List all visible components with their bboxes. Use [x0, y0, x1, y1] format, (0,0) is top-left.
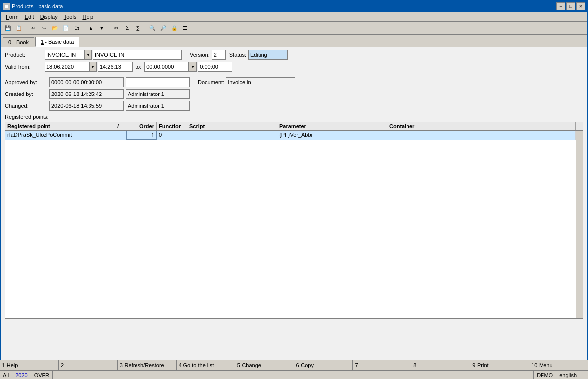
window-title: Products - basic data — [12, 3, 63, 9]
menu-form[interactable]: Form — [3, 13, 22, 21]
td-order: 1 — [126, 131, 157, 140]
product-dropdown-btn[interactable]: ▼ — [84, 50, 92, 60]
table-header: Registered point / Order Function Script… — [5, 122, 583, 131]
status-info-row: All 2020 OVER DEMO english — [0, 370, 588, 379]
valid-from-date-dropdown[interactable]: ▼ — [89, 62, 97, 72]
product-code-input[interactable]: INVOICE IN — [45, 50, 84, 60]
minimize-button[interactable]: − — [556, 2, 565, 10]
registered-points-section: Registered points: Registered point / Or… — [5, 114, 583, 319]
td-parameter: {PF}Ver_Abbr — [277, 131, 387, 140]
close-button[interactable]: ✕ — [576, 2, 585, 10]
tb-searchp[interactable]: 🔎 — [158, 23, 168, 33]
th-script: Script — [187, 122, 277, 130]
tb-sep3 — [109, 24, 109, 32]
approved-by-row: Approved by: Document: — [5, 77, 583, 87]
valid-from-label: Valid from: — [5, 64, 45, 70]
tab-book[interactable]: 0 - Book — [3, 37, 34, 47]
tb-sep4 — [145, 24, 145, 32]
fkey-4[interactable]: 4-Go to the list — [177, 360, 235, 370]
valid-from-time-input[interactable] — [98, 62, 133, 72]
td-slash — [115, 131, 126, 140]
th-parameter: Parameter — [277, 122, 387, 130]
fkey-8[interactable]: 8- — [411, 360, 470, 370]
created-by-user-input — [126, 89, 190, 99]
extra-cell — [580, 371, 588, 379]
filter-cell: All — [0, 371, 12, 379]
tb-down[interactable]: ▼ — [97, 23, 107, 33]
td-container — [387, 131, 576, 140]
document-input — [226, 77, 295, 87]
tb-search[interactable]: 🔍 — [147, 23, 157, 33]
changed-user-input — [126, 101, 190, 111]
valid-to-time-input[interactable] — [198, 62, 232, 72]
menu-tools[interactable]: Tools — [61, 13, 80, 21]
created-by-date-input — [49, 89, 124, 99]
valid-from-date-input[interactable] — [45, 62, 89, 72]
fkey-9[interactable]: 9-Print — [470, 360, 529, 370]
changed-date-input — [49, 101, 124, 111]
tb-undo[interactable]: ↩ — [28, 23, 38, 33]
th-registered-point: Registered point — [5, 122, 115, 130]
changed-label: Changed: — [5, 103, 49, 109]
fkey-5[interactable]: 5-Change — [235, 360, 294, 370]
approved-by-label: Approved by: — [5, 79, 49, 85]
tb-new[interactable]: 📄 — [61, 23, 71, 33]
main-window: ◼ Products - basic data − □ ✕ Form Edit … — [0, 0, 588, 379]
lang-cell: english — [556, 371, 580, 379]
fkey-6[interactable]: 6-Copy — [294, 360, 353, 370]
tb-lock[interactable]: 🔒 — [169, 23, 179, 33]
over-cell: OVER — [31, 371, 53, 379]
valid-from-row: Valid from: ▼ to: ▼ — [5, 62, 583, 72]
fkey-1[interactable]: 1-Help — [0, 360, 59, 370]
tb-open[interactable]: 📂 — [50, 23, 60, 33]
tb-copy[interactable]: 📋 — [14, 23, 24, 33]
document-label: Document: — [198, 79, 224, 85]
menu-bar: Form Edit Display Tools Help — [1, 12, 587, 22]
year-cell: 2020 — [12, 371, 31, 379]
th-scroll-placeholder — [576, 122, 583, 130]
product-label: Product: — [5, 52, 45, 58]
tb-up[interactable]: ▲ — [86, 23, 96, 33]
product-name-input[interactable]: INVOICE IN — [93, 50, 182, 60]
version-input[interactable] — [212, 50, 226, 60]
tb-sum[interactable]: Σ — [122, 23, 132, 33]
tb-cut[interactable]: ✂ — [111, 23, 121, 33]
valid-to-date-dropdown[interactable]: ▼ — [189, 62, 197, 72]
approved-by-user-input[interactable] — [126, 77, 190, 87]
td-function: 0 — [157, 131, 187, 140]
tab-basic-data[interactable]: 1 - Basic data — [35, 37, 79, 47]
fkey-7[interactable]: 7- — [353, 360, 411, 370]
menu-display[interactable]: Display — [37, 13, 61, 21]
main-content: Product: INVOICE IN ▼ INVOICE IN Version… — [1, 47, 587, 378]
tb-redo[interactable]: ↪ — [39, 23, 49, 33]
divider1 — [5, 75, 583, 75]
changed-row: Changed: — [5, 101, 583, 111]
fkey-3[interactable]: 3-Refresh/Restore — [118, 360, 177, 370]
title-controls: − □ ✕ — [556, 2, 585, 10]
status-label: Status: — [229, 52, 246, 58]
tb-folder[interactable]: 🗂 — [72, 23, 82, 33]
table-row[interactable]: rfaDPraSk_UlozPoCommit 1 0 {PF}Ver_Abbr — [5, 131, 583, 140]
title-bar: ◼ Products - basic data − □ ✕ — [1, 1, 587, 12]
menu-help[interactable]: Help — [79, 13, 96, 21]
function-keys-row: 1-Help 2- 3-Refresh/Restore 4-Go to the … — [0, 360, 588, 370]
toolbar: 💾 📋 ↩ ↪ 📂 📄 🗂 ▲ ▼ ✂ Σ ∑ 🔍 🔎 🔒 ☰ — [1, 22, 587, 35]
valid-to-date-input[interactable] — [144, 62, 189, 72]
demo-cell: DEMO — [534, 371, 556, 379]
registered-points-label: Registered points: — [5, 114, 583, 120]
v-scrollbar[interactable] — [576, 140, 583, 318]
th-function: Function — [157, 122, 187, 130]
tb-sep2 — [84, 24, 84, 32]
created-by-label: Created by: — [5, 91, 49, 97]
app-icon: ◼ — [3, 3, 10, 10]
fkey-2[interactable]: 2- — [59, 360, 118, 370]
maximize-button[interactable]: □ — [566, 2, 575, 10]
tb-calc[interactable]: ∑ — [133, 23, 143, 33]
scroll-thumb[interactable] — [576, 131, 583, 140]
empty-cell — [53, 371, 534, 379]
created-by-row: Created by: — [5, 89, 583, 99]
menu-edit[interactable]: Edit — [22, 13, 37, 21]
tb-save[interactable]: 💾 — [3, 23, 13, 33]
fkey-10[interactable]: 10-Menu — [529, 360, 588, 370]
tb-menu[interactable]: ☰ — [180, 23, 190, 33]
